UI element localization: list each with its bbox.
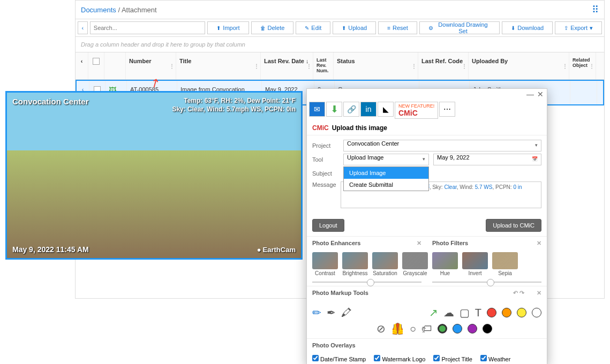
date-input[interactable]: May 9, 2022📅 <box>433 154 541 165</box>
back-button[interactable]: ‹ <box>78 21 88 34</box>
col-last-rev-date[interactable]: Last Rev. Date ↓⋮ <box>261 52 313 79</box>
minimize-icon[interactable]: — <box>526 90 534 98</box>
color-orange[interactable] <box>502 308 511 317</box>
download-button[interactable]: ⬇Download <box>502 21 553 34</box>
overlays-header: Photo Overlays <box>312 342 356 348</box>
export-button[interactable]: ⇪Export ▾ <box>555 21 602 34</box>
breadcrumb-current: Attachment <box>122 6 157 14</box>
close-filters[interactable]: ✕ <box>537 240 541 247</box>
text-tool[interactable]: T <box>475 307 481 319</box>
color-red[interactable] <box>487 308 496 317</box>
group-by-bar[interactable]: Drag a column header and drop it here to… <box>76 36 604 52</box>
cloud-tool[interactable]: ☁ <box>443 306 454 319</box>
grid-header: ‹ Number⋮ Title⋮ Last Rev. Date ↓⋮ Last … <box>76 52 604 80</box>
breadcrumb: Documents / Attachment ⠿ <box>76 1 604 19</box>
color-green[interactable] <box>438 324 447 333</box>
col-status[interactable]: Status⋮ <box>334 52 418 79</box>
enhancers-header: Photo Enhancers <box>312 240 360 247</box>
dropdown-upload-image[interactable]: Upload Image <box>344 167 428 179</box>
filters-header: Photo Filters <box>432 240 468 247</box>
filter-sepia[interactable]: Sepia <box>492 252 518 276</box>
more-icon[interactable]: ⋯ <box>439 102 455 117</box>
toolbar: ‹ ⬆Import 🗑Delete ✎Edit ⬆Upload ≡Reset ⚙… <box>76 19 604 36</box>
download-set-button[interactable]: ⚙Download Drawing Set <box>419 21 500 34</box>
enhancer-contrast[interactable]: Contrast <box>312 252 338 276</box>
overlay-weather[interactable]: Weather <box>480 356 510 362</box>
reset-button[interactable]: ≡Reset <box>378 21 417 34</box>
earthcam-logo: EarthCam <box>257 246 296 254</box>
upload-to-cmic-button[interactable]: Upload to CMiC <box>486 219 541 232</box>
enhancer-saturation[interactable]: Saturation <box>372 252 398 276</box>
markup-header: Photo Markup Tools <box>312 290 368 297</box>
overlay-watermark[interactable]: Watermark Logo <box>374 356 425 362</box>
redo-icon[interactable]: ↷ <box>519 290 524 296</box>
color-blue[interactable] <box>453 324 462 333</box>
close-markup[interactable]: ✕ <box>537 290 541 296</box>
dialog-title: CMiC Upload this image <box>307 121 547 135</box>
share-icon[interactable]: ◣ <box>378 102 394 117</box>
color-black[interactable] <box>483 324 492 333</box>
color-yellow[interactable] <box>517 308 526 317</box>
filter-grayscale[interactable]: Grayscale <box>402 252 428 276</box>
upload-dialog: — ✕ ✉ ⬇ 🔗 in ◣ NEW FEATURE! CMiC ⋯ CMiC … <box>306 88 547 364</box>
select-all[interactable] <box>88 52 104 79</box>
camera-preview: Convocation Center Temp: 63°F, RH: 2%, D… <box>5 91 303 260</box>
breadcrumb-root[interactable]: Documents <box>81 6 116 14</box>
col-related-object[interactable]: Related Object⋮ <box>569 52 596 79</box>
close-enhancers[interactable]: ✕ <box>417 240 421 247</box>
rect-tool[interactable]: ▢ <box>460 306 470 319</box>
logout-button[interactable]: Logout <box>312 219 344 232</box>
pencil-tool[interactable]: ✏ <box>312 306 321 319</box>
color-purple[interactable] <box>468 324 477 333</box>
col-title[interactable]: Title⋮ <box>176 52 261 79</box>
link-icon[interactable]: 🔗 <box>343 102 359 117</box>
col-number[interactable]: Number⋮ <box>126 52 176 79</box>
project-select[interactable]: Convocation Center▾ <box>343 140 541 151</box>
tag-tool[interactable]: 🏷 <box>421 323 432 335</box>
vest-tool[interactable]: 🦺 <box>391 322 404 335</box>
expand-all[interactable]: ‹ <box>76 52 88 79</box>
camera-title: Convocation Center <box>12 97 89 106</box>
project-label: Project <box>312 142 339 149</box>
delete-button[interactable]: 🗑Delete <box>251 21 294 34</box>
apps-icon[interactable]: ⠿ <box>592 4 599 16</box>
tool-label: Tool <box>312 156 339 163</box>
cmic-badge[interactable]: NEW FEATURE! CMiC <box>395 102 438 119</box>
arrow-tool[interactable]: ↗ <box>429 306 438 319</box>
upload-button[interactable]: ⬆Upload <box>333 21 376 34</box>
nosign-tool[interactable]: ⊘ <box>376 322 386 335</box>
undo-icon[interactable]: ↶ <box>513 290 518 296</box>
enhancer-slider[interactable] <box>312 282 421 283</box>
filter-hue[interactable]: Hue <box>432 252 458 276</box>
search-input[interactable] <box>90 21 206 34</box>
import-button[interactable]: ⬆Import <box>207 21 248 34</box>
pen-tool[interactable]: ✒ <box>327 306 336 319</box>
filter-slider[interactable] <box>432 282 541 283</box>
circle-tool[interactable]: ○ <box>410 323 416 335</box>
dropdown-create-submittal[interactable]: Create Submittal <box>344 179 428 191</box>
email-icon[interactable]: ✉ <box>309 102 325 117</box>
camera-timestamp: May 9, 2022 11:45 AM <box>12 245 89 254</box>
subject-label: Subject <box>312 170 339 177</box>
tool-select[interactable]: Upload Image▾ <box>343 154 429 165</box>
tool-dropdown: Upload Image Create Submittal <box>343 166 429 191</box>
edit-button[interactable]: ✎Edit <box>296 21 330 34</box>
linkedin-icon[interactable]: in <box>360 102 376 117</box>
col-last-rev-num[interactable]: Last Rev. Num. <box>313 52 334 79</box>
close-icon[interactable]: ✕ <box>537 90 544 98</box>
overlay-datetime[interactable]: Date/Time Stamp <box>312 356 366 362</box>
filter-invert[interactable]: Invert <box>462 252 488 276</box>
col-last-ref-code[interactable]: Last Ref. Code⋮ <box>418 52 469 79</box>
col-uploaded-by[interactable]: Uploaded By⋮ <box>469 52 569 79</box>
highlighter-tool[interactable]: 🖍 <box>341 307 352 319</box>
camera-weather-overlay: Temp: 63°F, RH: 2%, Dew Point: 21°F Sky:… <box>172 97 296 113</box>
color-white[interactable] <box>532 308 541 317</box>
download-icon[interactable]: ⬇ <box>326 102 342 117</box>
message-label: Message <box>312 181 336 188</box>
overlay-project[interactable]: Project Title <box>433 356 472 362</box>
enhancer-brightness[interactable]: Brightness <box>342 252 368 276</box>
